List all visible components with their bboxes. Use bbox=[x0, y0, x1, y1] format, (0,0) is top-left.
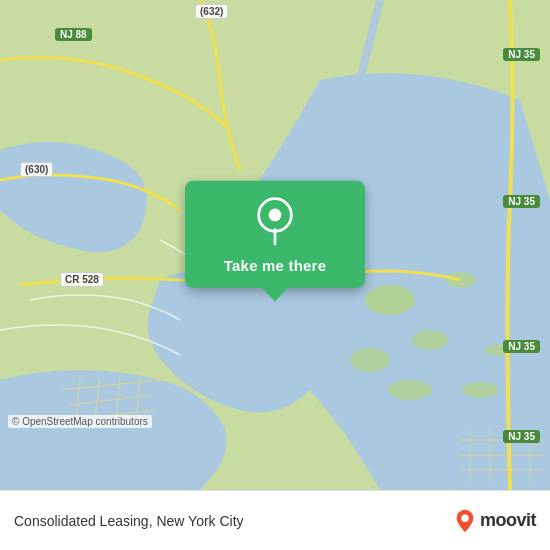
svg-point-5 bbox=[388, 380, 432, 400]
svg-point-23 bbox=[269, 209, 282, 222]
bottom-bar: Consolidated Leasing, New York City moov… bbox=[0, 490, 550, 550]
popup-label: Take me there bbox=[224, 257, 326, 274]
map-view[interactable]: (632) NJ 88 NJ 35 NJ 35 NJ 35 NJ 35 CR 5… bbox=[0, 0, 550, 490]
location-title: Consolidated Leasing, New York City bbox=[14, 513, 244, 529]
svg-point-1 bbox=[365, 285, 415, 315]
road-label-cr528a: CR 528 bbox=[60, 272, 104, 287]
location-pin-icon bbox=[250, 197, 300, 247]
road-label-632: (632) bbox=[195, 4, 228, 19]
road-label-nj35a: NJ 35 bbox=[503, 48, 540, 61]
svg-point-24 bbox=[461, 514, 468, 521]
road-label-nj88: NJ 88 bbox=[55, 28, 92, 41]
map-attribution: © OpenStreetMap contributors bbox=[8, 415, 152, 428]
moovit-logo: moovit bbox=[454, 508, 536, 534]
road-label-630: (630) bbox=[20, 162, 53, 177]
svg-point-4 bbox=[350, 348, 390, 372]
moovit-text: moovit bbox=[480, 510, 536, 531]
popup-card[interactable]: Take me there bbox=[185, 181, 365, 288]
road-label-nj35c: NJ 35 bbox=[503, 340, 540, 353]
svg-point-6 bbox=[462, 382, 498, 398]
road-label-nj35d: NJ 35 bbox=[503, 430, 540, 443]
moovit-pin-icon bbox=[454, 508, 476, 534]
svg-point-2 bbox=[412, 330, 448, 350]
road-label-nj35b: NJ 35 bbox=[503, 195, 540, 208]
